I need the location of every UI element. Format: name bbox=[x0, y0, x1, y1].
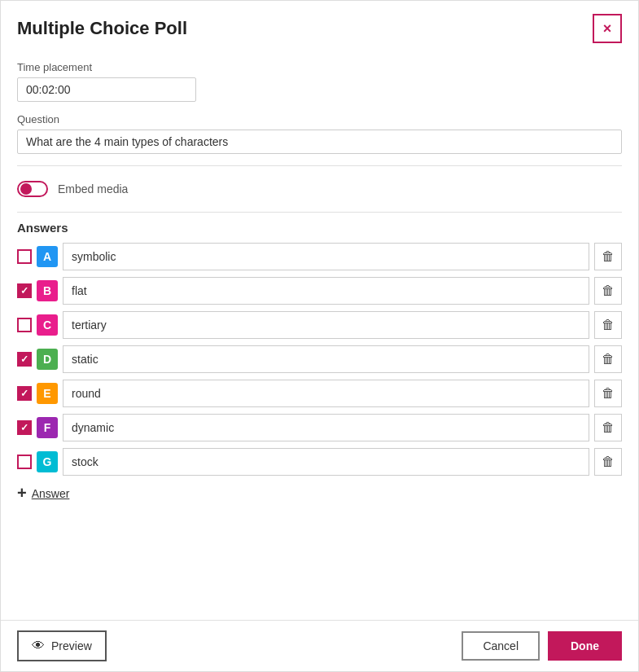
delete-answer-button-c[interactable]: 🗑 bbox=[594, 311, 622, 339]
answer-input-c[interactable] bbox=[63, 311, 589, 339]
answer-badge-g: G bbox=[37, 451, 58, 472]
answers-title: Answers bbox=[17, 221, 622, 235]
eye-icon: 👁 bbox=[32, 639, 45, 653]
answer-checkbox-b[interactable] bbox=[17, 283, 32, 298]
modal-title: Multiple Choice Poll bbox=[17, 18, 187, 39]
add-answer-row[interactable]: + Answer bbox=[17, 484, 622, 503]
trash-icon: 🗑 bbox=[602, 318, 615, 332]
preview-button[interactable]: 👁 Preview bbox=[17, 630, 107, 661]
add-answer-label[interactable]: Answer bbox=[32, 487, 70, 500]
time-placement-input[interactable] bbox=[17, 77, 196, 102]
answer-input-e[interactable] bbox=[63, 380, 589, 407]
toggle-knob bbox=[20, 183, 32, 195]
trash-icon: 🗑 bbox=[602, 420, 615, 435]
answer-checkbox-a[interactable] bbox=[17, 249, 32, 264]
answer-checkbox-e[interactable] bbox=[17, 386, 32, 401]
cancel-button[interactable]: Cancel bbox=[462, 631, 540, 661]
done-button[interactable]: Done bbox=[548, 631, 622, 661]
answers-container: A🗑B🗑C🗑D🗑E🗑F🗑G🗑 bbox=[17, 243, 622, 476]
answer-row: F🗑 bbox=[17, 414, 622, 441]
answer-badge-d: D bbox=[37, 349, 58, 370]
trash-icon: 🗑 bbox=[602, 352, 615, 367]
trash-icon: 🗑 bbox=[602, 283, 615, 298]
trash-icon: 🗑 bbox=[602, 386, 615, 401]
delete-answer-button-f[interactable]: 🗑 bbox=[594, 414, 622, 441]
trash-icon: 🗑 bbox=[602, 455, 615, 469]
divider-1 bbox=[17, 165, 622, 166]
question-input[interactable] bbox=[17, 130, 622, 154]
answer-badge-b: B bbox=[37, 280, 58, 301]
embed-media-toggle[interactable] bbox=[17, 181, 48, 197]
delete-answer-button-b[interactable]: 🗑 bbox=[594, 277, 622, 305]
embed-media-label: Embed media bbox=[58, 182, 128, 195]
answer-row: B🗑 bbox=[17, 277, 622, 305]
modal-header: Multiple Choice Poll × bbox=[1, 1, 638, 53]
modal-footer: 👁 Preview Cancel Done bbox=[1, 620, 638, 671]
answer-badge-c: C bbox=[37, 314, 58, 336]
answer-badge-f: F bbox=[37, 417, 58, 438]
answer-row: D🗑 bbox=[17, 345, 622, 373]
modal: Multiple Choice Poll × Time placement Qu… bbox=[0, 0, 639, 672]
embed-media-row: Embed media bbox=[17, 174, 622, 204]
close-button[interactable]: × bbox=[593, 14, 622, 43]
answer-row: C🗑 bbox=[17, 311, 622, 339]
time-placement-label: Time placement bbox=[17, 61, 622, 73]
answer-input-f[interactable] bbox=[63, 414, 589, 441]
delete-answer-button-d[interactable]: 🗑 bbox=[594, 345, 622, 373]
answer-input-g[interactable] bbox=[63, 448, 589, 476]
answer-checkbox-c[interactable] bbox=[17, 318, 32, 332]
answer-badge-a: A bbox=[37, 246, 58, 267]
add-icon: + bbox=[17, 484, 27, 503]
answer-badge-e: E bbox=[37, 383, 58, 404]
modal-body: Time placement Question Embed media Answ… bbox=[1, 53, 638, 620]
delete-answer-button-e[interactable]: 🗑 bbox=[594, 380, 622, 407]
answers-section: Answers A🗑B🗑C🗑D🗑E🗑F🗑G🗑 + Answer bbox=[17, 221, 622, 503]
question-group: Question bbox=[17, 113, 622, 154]
answer-input-a[interactable] bbox=[63, 243, 589, 270]
answer-input-d[interactable] bbox=[63, 345, 589, 373]
trash-icon: 🗑 bbox=[602, 249, 615, 264]
answer-checkbox-g[interactable] bbox=[17, 455, 32, 469]
answer-input-b[interactable] bbox=[63, 277, 589, 305]
delete-answer-button-g[interactable]: 🗑 bbox=[594, 448, 622, 476]
question-label: Question bbox=[17, 113, 622, 125]
answer-row: E🗑 bbox=[17, 380, 622, 407]
footer-right: Cancel Done bbox=[462, 631, 622, 661]
answer-row: G🗑 bbox=[17, 448, 622, 476]
delete-answer-button-a[interactable]: 🗑 bbox=[594, 243, 622, 270]
answer-row: A🗑 bbox=[17, 243, 622, 270]
time-placement-group: Time placement bbox=[17, 61, 622, 102]
answer-checkbox-d[interactable] bbox=[17, 352, 32, 367]
preview-label: Preview bbox=[51, 639, 92, 652]
divider-2 bbox=[17, 212, 622, 213]
answer-checkbox-f[interactable] bbox=[17, 420, 32, 435]
